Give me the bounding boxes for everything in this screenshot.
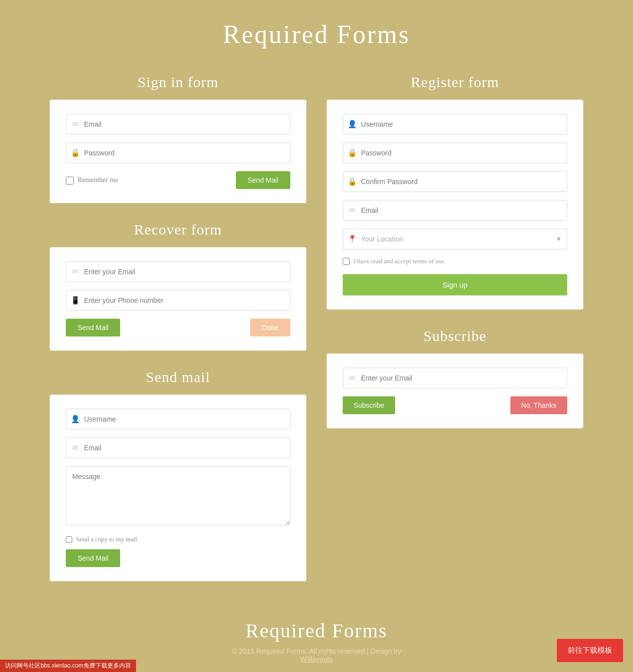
- subscribe-form-card: ✉ Subscribe No, Thanks: [326, 353, 584, 429]
- register-email-input[interactable]: [361, 200, 567, 220]
- page-title: Required Forms: [0, 0, 633, 74]
- sendmail-email-input[interactable]: [84, 438, 290, 458]
- subscribe-button[interactable]: Subscribe: [343, 396, 395, 414]
- register-confirm-password-group: 🔒: [343, 171, 567, 192]
- goto-download-button[interactable]: 前往下载模板: [557, 639, 623, 662]
- register-email-group: ✉: [343, 200, 567, 221]
- register-user-icon: 👤: [343, 120, 361, 129]
- register-password-group: 🔒: [343, 143, 567, 163]
- subscribe-section-title: Subscribe: [326, 328, 584, 344]
- signin-email-input[interactable]: [84, 114, 290, 134]
- phone-icon: 📱: [66, 296, 84, 305]
- sendmail-username-group: 👤: [66, 409, 290, 430]
- right-column: Register form 👤 🔒 🔒 ✉ 📍: [326, 74, 584, 599]
- register-confirm-lock-icon: 🔒: [343, 177, 361, 186]
- email-icon: ✉: [66, 120, 84, 129]
- no-thanks-button[interactable]: No, Thanks: [510, 396, 567, 414]
- location-select-wrapper: Your Location United States United Kingd…: [361, 229, 567, 249]
- register-section-title: Register form: [326, 74, 584, 91]
- sendmail-send-button[interactable]: Send Mail: [66, 549, 120, 567]
- footer-designer-link[interactable]: W3layouts: [300, 655, 332, 663]
- copy-checkbox[interactable]: [66, 536, 72, 543]
- register-username-input[interactable]: [361, 114, 567, 134]
- subscribe-buttons-row: Subscribe No, Thanks: [343, 396, 567, 414]
- terms-checkbox[interactable]: [343, 258, 350, 265]
- remember-me-checkbox[interactable]: [66, 177, 74, 185]
- watermark: 访问网号社区bbs.xienlao.com免费下载更多内容: [0, 660, 136, 672]
- footer-brand: Required Forms: [0, 619, 633, 642]
- signin-form-card: ✉ 🔒 Remember me Send Mail: [49, 99, 307, 203]
- signin-send-button[interactable]: Send Mail: [236, 171, 290, 189]
- signin-email-group: ✉: [66, 114, 290, 135]
- recover-phone-input[interactable]: [84, 290, 290, 310]
- recover-buttons-row: Send Mail Done: [66, 319, 290, 336]
- recover-email-group: ✉: [66, 261, 290, 282]
- remember-me-text: Remember me: [78, 176, 118, 184]
- location-icon: 📍: [343, 235, 361, 243]
- sendmail-email-group: ✉: [66, 437, 290, 458]
- left-column: Sign in form ✉ 🔒 Remember me Send Mail R…: [49, 74, 307, 599]
- register-email-icon: ✉: [343, 206, 361, 215]
- sendmail-message-textarea[interactable]: [66, 466, 290, 526]
- user-icon: 👤: [66, 415, 84, 424]
- copy-label-text: Send a copy to my mail: [76, 535, 137, 543]
- sendmail-section-title: Send mail: [49, 369, 307, 385]
- signin-section-title: Sign in form: [49, 74, 307, 91]
- signin-password-input[interactable]: [84, 143, 290, 163]
- register-form-card: 👤 🔒 🔒 ✉ 📍 Your Location Unit: [326, 99, 584, 310]
- recover-phone-group: 📱: [66, 290, 290, 311]
- subscribe-email-input[interactable]: [361, 368, 567, 388]
- signup-button[interactable]: Sign up: [343, 274, 567, 295]
- terms-row: I have read and accept terms of use.: [343, 257, 567, 265]
- register-location-select[interactable]: Your Location United States United Kingd…: [361, 229, 567, 249]
- recover-email-icon: ✉: [66, 267, 84, 276]
- sendmail-email-icon: ✉: [66, 443, 84, 452]
- subscribe-email-group: ✉: [343, 368, 567, 388]
- subscribe-email-icon: ✉: [343, 374, 361, 383]
- sendmail-username-input[interactable]: [84, 409, 290, 429]
- footer-copy: © 2015 Required Forms. All rights reserv…: [232, 647, 401, 655]
- terms-label-text: I have read and accept terms of use.: [354, 257, 446, 265]
- signin-password-group: 🔒: [66, 143, 290, 163]
- recover-done-button[interactable]: Done: [250, 319, 290, 336]
- register-confirm-password-input[interactable]: [361, 172, 567, 192]
- signin-form-row: Remember me Send Mail: [66, 171, 290, 189]
- lock-icon: 🔒: [66, 148, 84, 157]
- recover-section-title: Recover form: [49, 221, 307, 238]
- register-lock-icon: 🔒: [343, 148, 361, 157]
- register-location-group: 📍 Your Location United States United Kin…: [343, 229, 567, 249]
- sendmail-form-card: 👤 ✉ Send a copy to my mail Send Mail: [49, 394, 307, 581]
- recover-form-card: ✉ 📱 Send Mail Done: [49, 247, 307, 351]
- register-username-group: 👤: [343, 114, 567, 135]
- recover-email-input[interactable]: [84, 262, 290, 282]
- remember-me-label[interactable]: Remember me: [66, 176, 118, 185]
- register-password-input[interactable]: [361, 143, 567, 163]
- copy-row: Send a copy to my mail: [66, 535, 290, 543]
- recover-send-button[interactable]: Send Mail: [66, 319, 120, 336]
